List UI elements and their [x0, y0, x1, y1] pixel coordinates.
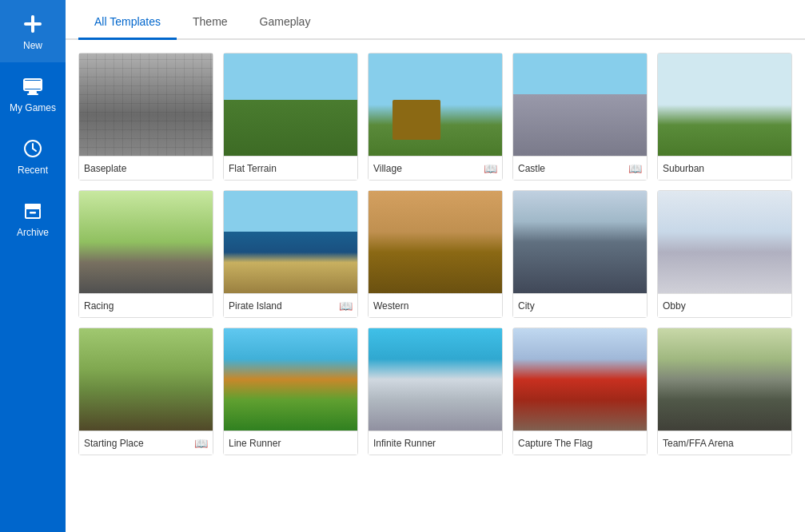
- template-label-team-ffa: Team/FFA Arena: [657, 431, 792, 455]
- template-thumb-pirate-island: [223, 190, 358, 294]
- tab-gameplay[interactable]: Gameplay: [244, 6, 327, 40]
- template-label-city: City: [512, 294, 648, 318]
- template-thumb-ctf: [512, 328, 648, 431]
- template-card-castle[interactable]: Castle📖: [512, 53, 648, 181]
- template-thumb-line-runner: [223, 328, 358, 431]
- template-name-village: Village: [373, 163, 402, 174]
- template-name-ctf: Capture The Flag: [518, 438, 592, 449]
- template-thumb-castle: [512, 53, 648, 157]
- svg-rect-4: [29, 91, 37, 93]
- template-name-line-runner: Line Runner: [229, 438, 281, 449]
- book-icon: 📖: [194, 437, 208, 450]
- games-icon: [20, 73, 46, 99]
- main-content: All Templates Theme Gameplay BaseplateFl…: [66, 0, 805, 532]
- template-label-village: Village📖: [368, 157, 503, 181]
- template-card-starting-place[interactable]: Starting Place📖: [78, 328, 213, 455]
- template-thumb-starting-place: [78, 328, 213, 431]
- template-label-baseplate: Baseplate: [78, 157, 213, 181]
- svg-rect-5: [27, 93, 38, 95]
- template-label-western: Western: [368, 294, 503, 318]
- book-icon: 📖: [339, 300, 353, 312]
- template-thumb-flat-terrain: [223, 53, 358, 157]
- sidebar-item-recent[interactable]: Recent: [0, 125, 66, 187]
- tab-all-templates[interactable]: All Templates: [78, 6, 177, 40]
- sidebar-item-my-games[interactable]: My Games: [0, 62, 66, 125]
- template-card-baseplate[interactable]: Baseplate: [78, 53, 213, 181]
- template-name-starting-place: Starting Place: [84, 438, 144, 449]
- svg-rect-3: [24, 81, 42, 89]
- template-name-team-ffa: Team/FFA Arena: [663, 438, 734, 449]
- template-label-pirate-island: Pirate Island📖: [223, 294, 358, 318]
- sidebar-archive-label: Archive: [17, 227, 49, 238]
- template-card-pirate-island[interactable]: Pirate Island📖: [223, 190, 358, 318]
- template-grid: BaseplateFlat TerrainVillage📖Castle📖Subu…: [78, 53, 792, 455]
- sidebar-my-games-label: My Games: [10, 102, 56, 113]
- template-thumb-western: [368, 190, 503, 294]
- template-card-infinite-runner[interactable]: Infinite Runner: [368, 328, 503, 455]
- template-name-city: City: [518, 300, 535, 312]
- template-label-castle: Castle📖: [512, 157, 648, 181]
- svg-line-8: [33, 149, 36, 151]
- book-icon: 📖: [628, 162, 642, 175]
- template-name-pirate-island: Pirate Island: [229, 300, 282, 312]
- template-thumb-suburban: [657, 53, 792, 157]
- template-label-line-runner: Line Runner: [223, 431, 358, 455]
- template-thumb-racing: [78, 190, 213, 294]
- template-name-infinite-runner: Infinite Runner: [373, 438, 436, 449]
- template-name-obby: Obby: [663, 300, 686, 312]
- plus-icon: [20, 11, 46, 37]
- template-label-obby: Obby: [657, 294, 792, 318]
- template-thumb-village: [368, 53, 503, 157]
- template-card-line-runner[interactable]: Line Runner: [223, 328, 358, 455]
- sidebar-recent-label: Recent: [18, 165, 48, 176]
- template-thumb-team-ffa: [657, 328, 792, 431]
- sidebar-item-archive[interactable]: Archive: [0, 187, 66, 249]
- template-card-suburban[interactable]: Suburban: [657, 53, 792, 181]
- template-label-infinite-runner: Infinite Runner: [368, 431, 503, 455]
- template-card-flat-terrain[interactable]: Flat Terrain: [223, 53, 358, 181]
- tab-bar: All Templates Theme Gameplay: [66, 0, 805, 40]
- template-name-western: Western: [373, 300, 408, 312]
- template-card-village[interactable]: Village📖: [368, 53, 503, 181]
- sidebar-item-new[interactable]: New: [0, 0, 66, 62]
- template-label-flat-terrain: Flat Terrain: [223, 157, 358, 181]
- archive-icon: [20, 198, 46, 224]
- template-card-western[interactable]: Western: [368, 190, 503, 318]
- svg-rect-11: [30, 212, 36, 214]
- template-card-racing[interactable]: Racing: [78, 190, 213, 318]
- template-name-baseplate: Baseplate: [84, 163, 126, 174]
- template-name-racing: Racing: [84, 300, 114, 312]
- book-icon: 📖: [484, 162, 497, 175]
- template-name-flat-terrain: Flat Terrain: [229, 163, 277, 174]
- template-label-suburban: Suburban: [657, 157, 792, 181]
- template-card-city[interactable]: City: [512, 190, 648, 318]
- template-name-suburban: Suburban: [663, 163, 704, 174]
- template-card-obby[interactable]: Obby: [657, 190, 792, 318]
- template-thumb-infinite-runner: [368, 328, 503, 431]
- template-thumb-obby: [657, 190, 792, 294]
- template-label-starting-place: Starting Place📖: [78, 431, 213, 455]
- template-card-ctf[interactable]: Capture The Flag: [512, 328, 648, 455]
- template-thumb-baseplate: [78, 53, 213, 157]
- template-label-racing: Racing: [78, 294, 213, 318]
- sidebar: New My Games Recent: [0, 0, 66, 532]
- template-label-ctf: Capture The Flag: [512, 431, 648, 455]
- template-card-team-ffa[interactable]: Team/FFA Arena: [657, 328, 792, 455]
- sidebar-new-label: New: [23, 40, 42, 51]
- svg-rect-1: [24, 22, 42, 26]
- clock-icon: [20, 136, 46, 161]
- tab-theme[interactable]: Theme: [177, 6, 244, 40]
- template-grid-container: BaseplateFlat TerrainVillage📖Castle📖Subu…: [66, 40, 805, 532]
- template-name-castle: Castle: [518, 163, 545, 174]
- template-thumb-city: [512, 190, 648, 294]
